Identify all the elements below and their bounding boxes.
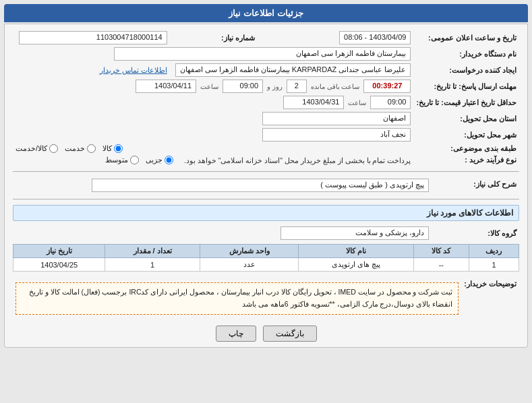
reply-date-value: 1403/04/11: [136, 80, 196, 93]
footer-buttons: بازگشت چاپ: [13, 326, 519, 342]
page-title: جزئیات اطلاعات نیاز: [229, 8, 303, 18]
row-category: طبقه بندی موضوعی: کالا/خدمت خدمت کالا: [13, 143, 519, 154]
purchase-note: پرداخت تمام با بخشی از مبلغ خریدار محل "…: [184, 156, 411, 164]
col-header-rownum: ردیف: [469, 245, 519, 258]
row-need-desc: شرح کلی نیاز: پیچ ارتوپدی ( طبق لیست پیو…: [13, 177, 519, 193]
row-buyer-name: نام دستگاه خریدار: بیمارستان فاطمه الزهر…: [13, 46, 519, 62]
row-reply-deadline: مهلت ارسال پاسخ: تا تاریخ: 1403/04/11 سا…: [13, 78, 519, 94]
category-radio-group: کالا/خدمت خدمت کالا: [16, 144, 411, 153]
date-value: 1403/04/09 - 08:06: [339, 31, 411, 44]
goods-section-title: اطلاعات کالاهای مورد نیاز: [13, 205, 519, 221]
reply-deadline-label: مهلت ارسال پاسخ: تا تاریخ:: [413, 78, 519, 94]
row-city: شهر محل تحویل: نجف آباد: [13, 127, 519, 143]
buyer-notes-table: توضیحات خریدار: ثبت شرکت و محصول در سایت…: [13, 277, 519, 320]
reply-days-label: روز و: [267, 83, 283, 90]
province-label: استان محل تحویل:: [413, 111, 519, 127]
creator-label: ایجاد کننده درخواست:: [413, 62, 519, 78]
purchase-option-jozi[interactable]: جزیی: [146, 156, 173, 164]
cell-name: پیچ های ارتوپدی: [299, 258, 413, 272]
back-button[interactable]: بازگشت: [263, 326, 317, 342]
need-desc-table: شرح کلی نیاز: پیچ ارتوپدی ( طبق لیست پیو…: [13, 177, 519, 193]
row-creator: ایجاد کننده درخواست: علیرضا عباسی جندانی…: [13, 62, 519, 78]
date-label: تاریخ و ساعت اعلان عمومی:: [413, 30, 519, 46]
cell-rownum: 1: [469, 258, 519, 272]
category-label: طبقه بندی موضوعی:: [413, 143, 519, 154]
info-table: تاریخ و ساعت اعلان عمومی: 1403/04/09 - 0…: [13, 30, 519, 166]
cell-date: 1403/04/25: [13, 258, 105, 272]
page-wrapper: جزئیات اطلاعات نیاز تاریخ و ساعت اعلان ع…: [0, 0, 532, 403]
city-label: شهر محل تحویل:: [413, 127, 519, 143]
row-province: استان محل تحویل: اصفهان: [13, 111, 519, 127]
cell-qty: 1: [105, 258, 200, 272]
contact-link[interactable]: اطلاعات تماس خریدار: [100, 66, 167, 74]
price-deadline-label: حداقل تاریخ اعتبار قیمت: تا تاریخ:: [413, 94, 519, 111]
row-goods-category: گروه کالا: دارو، پزشکی و سلامت: [13, 225, 519, 241]
reply-days-value: 2: [287, 80, 307, 93]
reply-time-label: ساعت: [200, 83, 218, 90]
category-option-kala-khedmat[interactable]: کالا/خدمت: [16, 144, 58, 153]
row-buyer-notes: توضیحات خریدار: ثبت شرکت و محصول در سایت…: [13, 277, 519, 320]
price-date-value: 1403/04/31: [283, 96, 344, 109]
col-header-name: نام کالا: [299, 245, 413, 258]
category-option-khedmat[interactable]: خدمت: [65, 144, 96, 153]
row-purchase-type: نوع فرآیند خرید : متوسط جزیی: [13, 154, 519, 166]
col-header-code: کد کالا: [413, 245, 469, 258]
col-header-unit: واحد شمارش: [200, 245, 298, 258]
reply-remain-label: ساعت باقی مانده: [311, 83, 360, 90]
goods-table-head: ردیف کد کالا نام کالا واحد شمارش تعداد /…: [13, 245, 519, 258]
purchase-option-motavaset[interactable]: متوسط: [105, 156, 139, 164]
row-need-number: تاریخ و ساعت اعلان عمومی: 1403/04/09 - 0…: [13, 30, 519, 46]
main-panel: تاریخ و ساعت اعلان عمومی: 1403/04/09 - 0…: [4, 24, 528, 348]
goods-table-body: 1 -- پیچ های ارتوپدی عدد 1 1403/04/25: [13, 258, 519, 272]
print-button[interactable]: چاپ: [216, 326, 256, 342]
purchase-radio-group: متوسط جزیی: [105, 156, 173, 164]
cell-unit: عدد: [200, 258, 298, 272]
province-value: اصفهان: [262, 112, 411, 125]
divider-2: [13, 199, 519, 199]
page-header: جزئیات اطلاعات نیاز: [4, 4, 528, 22]
buyer-name-value: بیمارستان فاطمه الزهرا سی اصفهان: [114, 47, 411, 61]
creator-value: علیرضا عباسی جندانی KARPARDAZ بیمارستان …: [175, 63, 411, 77]
category-option-kala[interactable]: کالا: [102, 144, 123, 153]
need-number-label: شماره نیاز:: [170, 30, 258, 46]
row-price-deadline: حداقل تاریخ اعتبار قیمت: تا تاریخ: 1403/…: [13, 94, 519, 111]
goods-category-table: گروه کالا: دارو، پزشکی و سلامت: [13, 225, 519, 241]
col-header-date: تاریخ نیاز: [13, 245, 105, 258]
table-row: 1 -- پیچ های ارتوپدی عدد 1 1403/04/25: [13, 258, 519, 272]
city-value: نجف آباد: [262, 128, 411, 142]
buyer-name-label: نام دستگاه خریدار:: [413, 46, 519, 62]
need-number-value: 1103004718000114: [19, 31, 167, 44]
goods-category-value: دارو، پزشکی و سلامت: [280, 226, 429, 240]
divider-1: [13, 171, 519, 172]
buyer-notes-label: توضیحات خریدار:: [461, 277, 519, 320]
price-time-value: 09:00: [370, 96, 411, 109]
goods-table-header-row: ردیف کد کالا نام کالا واحد شمارش تعداد /…: [13, 245, 519, 258]
reply-time-value: 09:00: [223, 80, 263, 93]
goods-table: ردیف کد کالا نام کالا واحد شمارش تعداد /…: [13, 244, 519, 272]
col-header-qty: تعداد / مقدار: [105, 245, 200, 258]
goods-category-label: گروه کالا:: [432, 225, 519, 241]
need-desc-value: پیچ ارتوپدی ( طبق لیست پیوست ): [92, 179, 429, 192]
cell-code: --: [413, 258, 469, 272]
buyer-notes-text: ثبت شرکت و محصول در سایت IMED ، تحویل را…: [29, 288, 452, 308]
reply-remain-value: 00:39:27: [363, 80, 411, 93]
buyer-notes-value: ثبت شرکت و محصول در سایت IMED ، تحویل را…: [16, 282, 459, 315]
need-desc-label: شرح کلی نیاز:: [432, 177, 519, 193]
purchase-type-label: نوع فرآیند خرید :: [413, 154, 519, 166]
